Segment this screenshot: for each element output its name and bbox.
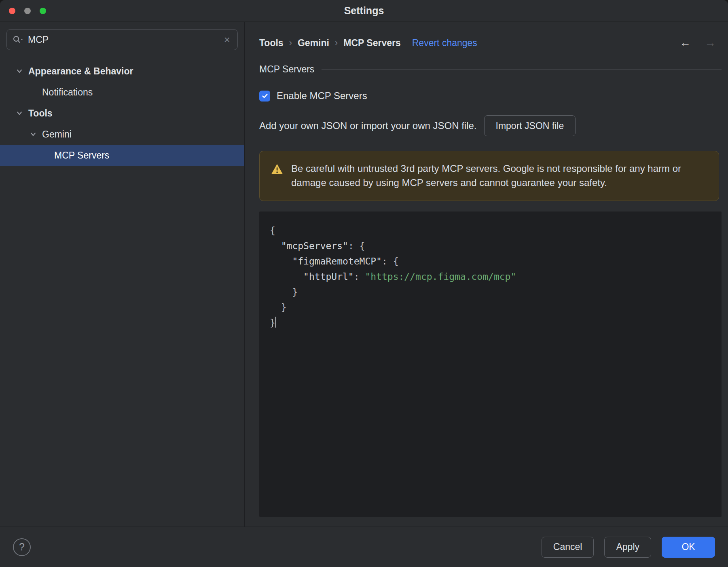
section-header: MCP Servers	[259, 64, 722, 75]
warning-icon	[271, 163, 283, 175]
sidebar-item-label: Notifications	[42, 87, 93, 98]
content-pane: Tools › Gemini › MCP Servers Revert chan…	[245, 22, 728, 527]
warning-banner: Be careful with untrusted 3rd party MCP …	[259, 151, 719, 201]
import-json-button[interactable]: Import JSON file	[484, 115, 576, 136]
sidebar-item-label: Gemini	[42, 129, 72, 140]
sidebar-item-gemini[interactable]: Gemini	[0, 124, 244, 145]
chevron-down-icon[interactable]	[15, 109, 23, 117]
section-title: MCP Servers	[259, 64, 314, 75]
chevron-down-icon[interactable]	[15, 67, 23, 75]
settings-search-box[interactable]: ×	[6, 29, 238, 50]
traffic-lights	[9, 0, 46, 21]
cancel-button[interactable]: Cancel	[542, 537, 594, 558]
back-arrow-icon[interactable]: ←	[679, 36, 691, 49]
import-row: Add your own JSON or import your own JSO…	[259, 115, 722, 136]
footer-bar: ? Cancel Apply OK	[0, 527, 728, 567]
checkmark-icon	[261, 92, 269, 99]
main-area: × Appearance & Behavior Notifications To	[0, 22, 728, 527]
titlebar: Settings	[0, 0, 728, 22]
breadcrumb: Tools › Gemini › MCP Servers Revert chan…	[259, 36, 722, 49]
sidebar: × Appearance & Behavior Notifications To	[0, 22, 245, 527]
breadcrumb-separator: ›	[335, 38, 338, 48]
help-button[interactable]: ?	[13, 538, 31, 556]
apply-button[interactable]: Apply	[604, 537, 651, 558]
warning-text: Be careful with untrusted 3rd party MCP …	[291, 162, 707, 190]
zoom-button[interactable]	[40, 8, 46, 14]
sidebar-item-label: Appearance & Behavior	[28, 66, 133, 77]
enable-mcp-row: Enable MCP Servers	[259, 90, 722, 102]
window-title: Settings	[344, 5, 384, 17]
settings-tree: Appearance & Behavior Notifications Tool…	[0, 61, 244, 166]
json-editor[interactable]: { "mcpServers": { "figmaRemoteMCP": { "h…	[259, 212, 722, 517]
search-icon	[13, 35, 23, 44]
help-icon: ?	[19, 541, 25, 553]
breadcrumb-separator: ›	[289, 38, 292, 48]
revert-changes-link[interactable]: Revert changes	[412, 38, 477, 49]
section-divider	[322, 69, 722, 70]
history-nav: ← →	[679, 36, 716, 49]
sidebar-item-tools[interactable]: Tools	[0, 103, 244, 124]
sidebar-item-label: MCP Servers	[54, 150, 109, 161]
sidebar-item-notifications[interactable]: Notifications	[0, 82, 244, 103]
search-input[interactable]	[28, 34, 222, 45]
forward-arrow-icon: →	[705, 36, 716, 49]
sidebar-item-mcp-servers[interactable]: MCP Servers	[0, 145, 244, 166]
import-instruction-text: Add your own JSON or import your own JSO…	[259, 120, 477, 131]
enable-mcp-label: Enable MCP Servers	[277, 90, 367, 102]
ok-button[interactable]: OK	[662, 537, 715, 558]
sidebar-item-label: Tools	[28, 108, 53, 119]
code-area: { "mcpServers": { "figmaRemoteMCP": { "h…	[270, 223, 711, 330]
clear-search-icon[interactable]: ×	[222, 34, 232, 45]
sidebar-item-appearance-behavior[interactable]: Appearance & Behavior	[0, 61, 244, 82]
close-button[interactable]	[9, 8, 15, 14]
chevron-down-icon[interactable]	[29, 130, 37, 138]
minimize-button[interactable]	[24, 8, 31, 14]
breadcrumb-item-tools[interactable]: Tools	[259, 38, 284, 49]
settings-window: Settings × Appearance & Behavior	[0, 0, 728, 567]
enable-mcp-checkbox[interactable]	[259, 91, 270, 102]
footer-buttons: Cancel Apply OK	[542, 537, 715, 558]
breadcrumb-item-gemini[interactable]: Gemini	[298, 38, 329, 49]
breadcrumb-item-mcp-servers: MCP Servers	[343, 38, 401, 49]
